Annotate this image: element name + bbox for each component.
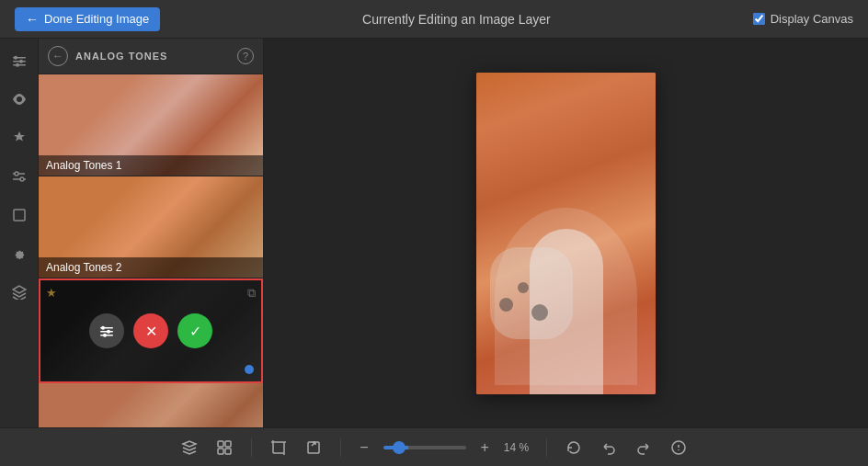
svg-point-19: [103, 334, 107, 337]
divider-2: [340, 438, 341, 457]
filter-item-3[interactable]: ★ ⧉ ✕ ✓: [39, 278, 263, 383]
svg-point-5: [16, 63, 19, 67]
sliders-icon[interactable]: [6, 48, 32, 74]
adjust-icon[interactable]: [6, 164, 32, 189]
layers-icon[interactable]: [6, 279, 32, 305]
gear-icon[interactable]: [6, 241, 32, 267]
export-tool-button[interactable]: [302, 436, 326, 460]
undo-button[interactable]: [597, 436, 621, 460]
done-editing-button[interactable]: ← Done Editing Image: [15, 7, 160, 31]
panel-help-button[interactable]: ?: [237, 48, 254, 64]
back-arrow-icon: ←: [26, 12, 39, 27]
filter-item-4[interactable]: Analog Tones 4: [39, 383, 263, 427]
zoom-slider[interactable]: [383, 446, 466, 449]
bottom-toolbar: − + 14 %: [0, 427, 868, 466]
main-content: ← ANALOG TONES ? Analog Tones 1 Analog T…: [0, 39, 868, 427]
svg-point-7: [15, 172, 18, 176]
filter-cancel-button[interactable]: ✕: [133, 313, 168, 348]
svg-rect-21: [225, 441, 231, 447]
crop-tool-button[interactable]: [267, 436, 291, 460]
star-icon[interactable]: [6, 125, 32, 151]
svg-point-17: [101, 326, 105, 330]
filter-item-2[interactable]: Analog Tones 2: [39, 176, 263, 278]
filter-thumb-4: [39, 383, 263, 427]
filter-list: Analog Tones 1 Analog Tones 2 ★ ⧉: [39, 74, 263, 427]
display-canvas-label: Display Canvas: [771, 12, 853, 26]
svg-rect-20: [218, 441, 223, 447]
layers-tool-button[interactable]: [177, 436, 201, 460]
divider-3: [546, 438, 547, 457]
svg-point-8: [20, 177, 24, 181]
divider-1: [251, 438, 252, 457]
filter-dot-indicator: [245, 365, 254, 374]
filter-confirm-button[interactable]: ✓: [177, 313, 212, 348]
topbar: ← Done Editing Image Currently Editing a…: [0, 0, 868, 39]
filter-label-1: Analog Tones 1: [39, 155, 263, 176]
filter-settings-button[interactable]: [89, 313, 124, 348]
zoom-percent: 14 %: [504, 441, 531, 454]
canvas-image: [476, 73, 656, 394]
zoom-in-button[interactable]: +: [477, 436, 493, 460]
filter-active-overlay: ✕ ✓: [40, 280, 261, 381]
display-canvas-wrap: Display Canvas: [753, 12, 853, 26]
icon-bar: [0, 39, 39, 427]
done-label: Done Editing Image: [44, 12, 149, 26]
panel-title: ANALOG TONES: [75, 51, 230, 62]
grid-tool-button[interactable]: [212, 436, 236, 460]
topbar-title: Currently Editing an Image Layer: [362, 12, 551, 27]
svg-rect-22: [218, 449, 223, 454]
eye-icon[interactable]: [6, 86, 32, 112]
svg-rect-23: [225, 449, 231, 454]
panel-back-button[interactable]: ←: [48, 46, 68, 66]
svg-rect-24: [273, 442, 284, 453]
svg-point-3: [14, 56, 17, 60]
square-icon[interactable]: [6, 202, 32, 228]
zoom-slider-wrap: [383, 446, 466, 449]
filter-label-2: Analog Tones 2: [39, 257, 263, 278]
filter-panel: ← ANALOG TONES ? Analog Tones 1 Analog T…: [39, 39, 264, 427]
zoom-out-button[interactable]: −: [356, 436, 371, 460]
display-canvas-checkbox[interactable]: [753, 13, 765, 25]
redo-button[interactable]: [632, 436, 656, 460]
refresh-button[interactable]: [562, 436, 586, 460]
svg-rect-13: [14, 210, 25, 221]
svg-point-4: [19, 60, 23, 63]
canvas-area: [264, 39, 868, 427]
more-button[interactable]: [667, 436, 691, 460]
svg-point-18: [107, 330, 110, 334]
filter-item-1[interactable]: Analog Tones 1: [39, 74, 263, 176]
svg-point-6: [17, 98, 20, 101]
panel-header: ← ANALOG TONES ?: [39, 39, 263, 74]
